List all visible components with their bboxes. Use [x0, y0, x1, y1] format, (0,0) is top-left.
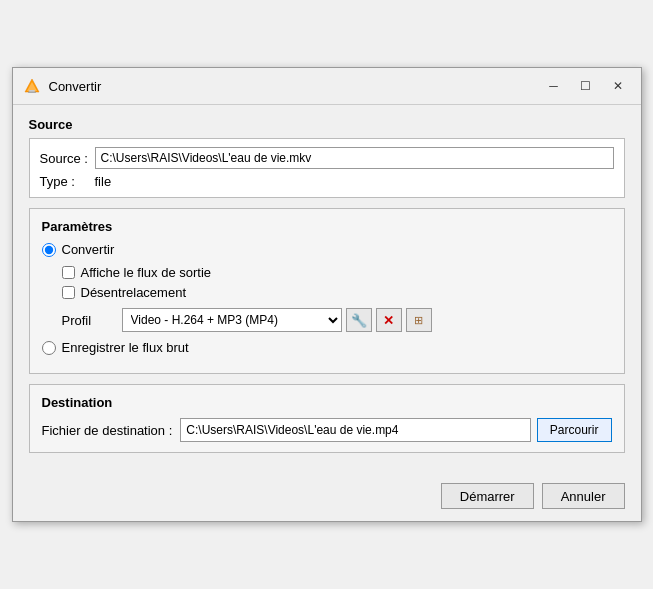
- destination-title: Destination: [42, 395, 612, 410]
- convertir-label: Convertir: [62, 242, 115, 257]
- enregistrer-radio-row: Enregistrer le flux brut: [42, 340, 612, 355]
- grid-icon: ⊞: [414, 314, 423, 327]
- destination-section: Destination Fichier de destination : Par…: [29, 384, 625, 453]
- annuler-button[interactable]: Annuler: [542, 483, 625, 509]
- profile-select[interactable]: Video - H.264 + MP3 (MP4) Video - H.265 …: [122, 308, 342, 332]
- window-title: Convertir: [49, 79, 539, 94]
- delete-icon: ✕: [383, 313, 394, 328]
- params-section: Paramètres Convertir Affiche le flux de …: [29, 208, 625, 374]
- content-area: Source Source : Type : file Paramètres C…: [13, 105, 641, 475]
- close-button[interactable]: ✕: [603, 74, 633, 98]
- affiche-row: Affiche le flux de sortie: [62, 265, 612, 280]
- delete-profile-button[interactable]: ✕: [376, 308, 402, 332]
- type-value: file: [95, 174, 112, 189]
- demarrer-button[interactable]: Démarrer: [441, 483, 534, 509]
- wrench-icon: 🔧: [351, 313, 367, 328]
- footer: Démarrer Annuler: [13, 475, 641, 521]
- destination-row: Fichier de destination : Parcourir: [42, 418, 612, 442]
- type-row: Type : file: [40, 174, 614, 189]
- profile-row: Profil Video - H.264 + MP3 (MP4) Video -…: [62, 308, 612, 332]
- profile-label: Profil: [62, 313, 112, 328]
- parcourir-button[interactable]: Parcourir: [537, 418, 612, 442]
- convertir-radio-row: Convertir: [42, 242, 612, 257]
- maximize-button[interactable]: ☐: [571, 74, 601, 98]
- source-box: Source : Type : file: [29, 138, 625, 198]
- params-title: Paramètres: [42, 219, 612, 234]
- convertir-radio[interactable]: [42, 243, 56, 257]
- checkbox-group: Affiche le flux de sortie Désentrelaceme…: [62, 265, 612, 300]
- fichier-label: Fichier de destination :: [42, 423, 173, 438]
- type-label: Type :: [40, 174, 95, 189]
- wrench-button[interactable]: 🔧: [346, 308, 372, 332]
- desentrelacement-label: Désentrelacement: [81, 285, 187, 300]
- titlebar: Convertir ─ ☐ ✕: [13, 68, 641, 105]
- desentrelacement-checkbox[interactable]: [62, 286, 75, 299]
- source-label: Source :: [40, 151, 95, 166]
- source-section: Source Source : Type : file: [29, 117, 625, 198]
- source-row: Source :: [40, 147, 614, 169]
- new-profile-button[interactable]: ⊞: [406, 308, 432, 332]
- source-section-title: Source: [29, 117, 625, 132]
- titlebar-controls: ─ ☐ ✕: [539, 74, 633, 98]
- minimize-button[interactable]: ─: [539, 74, 569, 98]
- svg-rect-3: [28, 92, 36, 94]
- affiche-checkbox[interactable]: [62, 266, 75, 279]
- enregistrer-label: Enregistrer le flux brut: [62, 340, 189, 355]
- desentrelacement-row: Désentrelacement: [62, 285, 612, 300]
- enregistrer-radio[interactable]: [42, 341, 56, 355]
- source-input[interactable]: [95, 147, 614, 169]
- fichier-input[interactable]: [180, 418, 531, 442]
- affiche-label: Affiche le flux de sortie: [81, 265, 212, 280]
- main-window: Convertir ─ ☐ ✕ Source Source : Type : f…: [12, 67, 642, 522]
- vlc-icon: [23, 77, 41, 95]
